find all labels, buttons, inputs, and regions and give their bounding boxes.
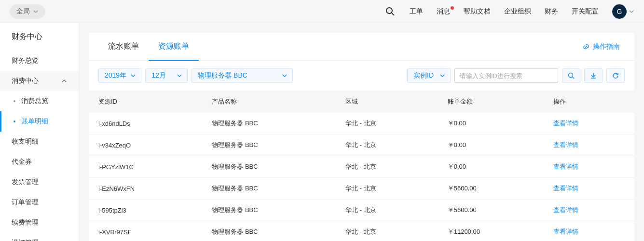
table-row: i-v34xZeqO物理服务器 BBC华北 - 北京￥0.00查看详情 xyxy=(89,134,634,156)
tab-flow-bill[interactable]: 流水账单 xyxy=(98,33,149,60)
tab-resource-bill[interactable]: 资源账单 xyxy=(149,33,199,60)
sidebar-item-consume-center[interactable]: 消费中心 xyxy=(0,71,79,91)
cell-amount: ￥0.00 xyxy=(438,113,544,134)
chevron-down-icon xyxy=(130,73,136,79)
year-select[interactable]: 2019年 xyxy=(98,68,141,83)
nav-message[interactable]: 消息 xyxy=(437,7,450,16)
sidebar-item-label: 财务总览 xyxy=(12,56,39,65)
month-select-value: 12月 xyxy=(151,71,166,80)
toolbar: 2019年 12月 物理服务器 BBC 实例ID xyxy=(89,61,634,91)
search-input[interactable] xyxy=(454,68,558,83)
sidebar-item-unsubscribe[interactable]: 退订管理 xyxy=(0,233,79,241)
sidebar-title: 财务中心 xyxy=(0,23,79,51)
sidebar-item-label: 消费中心 xyxy=(12,77,39,85)
view-detail-link[interactable]: 查看详情 xyxy=(553,163,578,170)
header-resource-id: 资源ID xyxy=(89,91,202,113)
svg-line-3 xyxy=(573,77,575,79)
sidebar-item-label: 退订管理 xyxy=(12,239,39,241)
cell-resource-id: i-v34xZeqO xyxy=(89,134,202,156)
chevron-up-icon xyxy=(61,78,67,84)
sidebar-item-label: 代金券 xyxy=(12,158,32,166)
header-action: 操作 xyxy=(544,91,634,113)
sidebar-item-renewal[interactable]: 续费管理 xyxy=(0,213,79,233)
cell-amount: ￥11200.00 xyxy=(438,221,544,241)
svg-line-1 xyxy=(392,13,394,15)
search-button[interactable] xyxy=(384,6,396,17)
sidebar-item-income-expense[interactable]: 收支明细 xyxy=(0,132,79,152)
view-detail-link[interactable]: 查看详情 xyxy=(553,185,578,192)
table-row: i-EzN6WxFN物理服务器 BBC华北 - 北京￥5600.00查看详情 xyxy=(89,178,634,200)
topbar-nav: 工单 消息 帮助文档 企业组织 财务 开关配置 G xyxy=(384,4,634,19)
nav-org[interactable]: 企业组织 xyxy=(504,7,531,16)
download-icon xyxy=(590,72,597,79)
guide-link-label: 操作指南 xyxy=(593,42,620,51)
svg-point-2 xyxy=(569,73,573,78)
cell-region: 华北 - 北京 xyxy=(336,134,438,156)
refresh-button[interactable] xyxy=(606,68,625,83)
cell-action: 查看详情 xyxy=(544,200,634,221)
sidebar-item-order[interactable]: 订单管理 xyxy=(0,192,79,213)
product-select[interactable]: 物理服务器 BBC xyxy=(192,68,293,83)
sidebar-sub-bill-detail[interactable]: 账单明细 xyxy=(0,111,79,132)
table-row: i-595tpZi3物理服务器 BBC华北 - 北京￥5600.00查看详情 xyxy=(89,200,634,221)
download-button[interactable] xyxy=(584,68,603,83)
sidebar-item-label: 消费总览 xyxy=(21,97,48,105)
month-select[interactable]: 12月 xyxy=(145,68,188,83)
year-select-value: 2019年 xyxy=(105,71,126,80)
sidebar-item-invoice[interactable]: 发票管理 xyxy=(0,172,79,192)
guide-link[interactable]: 操作指南 xyxy=(582,42,625,51)
user-menu[interactable]: G xyxy=(612,4,634,19)
cell-region: 华北 - 北京 xyxy=(336,156,438,178)
resource-bill-table: 资源ID 产品名称 区域 账单金额 操作 i-xd6ndLDs物理服务器 BBC… xyxy=(89,91,634,241)
nav-workorder[interactable]: 工单 xyxy=(410,7,423,16)
global-region-label: 全局 xyxy=(16,7,30,16)
sidebar-item-overview[interactable]: 财务总览 xyxy=(0,51,79,71)
sidebar-item-label: 订单管理 xyxy=(12,198,39,207)
cell-resource-id: i-EzN6WxFN xyxy=(89,178,202,200)
chevron-down-icon xyxy=(439,73,445,79)
cell-product: 物理服务器 BBC xyxy=(202,113,336,134)
product-select-value: 物理服务器 BBC xyxy=(198,71,247,80)
cell-amount: ￥0.00 xyxy=(438,156,544,178)
refresh-icon xyxy=(612,72,619,79)
cell-action: 查看详情 xyxy=(544,221,634,241)
global-region-selector[interactable]: 全局 xyxy=(10,4,45,19)
main-content: 流水账单 资源账单 操作指南 2019年 12月 物理服务器 B xyxy=(79,23,644,241)
cell-product: 物理服务器 BBC xyxy=(202,178,336,200)
cell-resource-id: i-PGYzlW1C xyxy=(89,156,202,178)
cell-action: 查看详情 xyxy=(544,156,634,178)
header-product-name: 产品名称 xyxy=(202,91,336,113)
view-detail-link[interactable]: 查看详情 xyxy=(553,141,578,148)
sidebar-item-voucher[interactable]: 代金券 xyxy=(0,152,79,172)
cell-product: 物理服务器 BBC xyxy=(202,221,336,241)
chevron-down-icon xyxy=(629,9,634,14)
chevron-down-icon xyxy=(177,73,182,79)
nav-help[interactable]: 帮助文档 xyxy=(464,7,491,16)
search-icon xyxy=(568,72,575,79)
cell-region: 华北 - 北京 xyxy=(336,221,438,241)
cell-amount: ￥0.00 xyxy=(438,134,544,156)
chevron-down-icon xyxy=(282,73,288,79)
svg-point-0 xyxy=(386,8,392,13)
sidebar-sub-consume-overview[interactable]: 消费总览 xyxy=(0,91,79,111)
view-detail-link[interactable]: 查看详情 xyxy=(553,120,578,127)
table-header-row: 资源ID 产品名称 区域 账单金额 操作 xyxy=(89,91,634,113)
nav-finance[interactable]: 财务 xyxy=(545,7,558,16)
cell-action: 查看详情 xyxy=(544,113,634,134)
content-card: 流水账单 资源账单 操作指南 2019年 12月 物理服务器 B xyxy=(89,33,634,241)
view-detail-link[interactable]: 查看详情 xyxy=(553,228,578,235)
sidebar-item-label: 收支明细 xyxy=(12,137,39,146)
header-amount: 账单金额 xyxy=(438,91,544,113)
nav-switch[interactable]: 开关配置 xyxy=(572,7,599,16)
sidebar-item-label: 续费管理 xyxy=(12,218,39,227)
cell-resource-id: i-xd6ndLDs xyxy=(89,113,202,134)
search-submit-button[interactable] xyxy=(562,68,580,83)
sidebar: 财务中心 财务总览 消费中心 消费总览 账单明细 收支明细 代金券 发票管理 订… xyxy=(0,23,79,241)
cell-resource-id: i-XVBr97SF xyxy=(89,221,202,241)
view-detail-link[interactable]: 查看详情 xyxy=(553,206,578,214)
topbar: 全局 工单 消息 帮助文档 企业组织 财务 开关配置 G xyxy=(0,0,644,23)
instance-filter-select[interactable]: 实例ID xyxy=(407,68,451,83)
cell-resource-id: i-595tpZi3 xyxy=(89,200,202,221)
cell-product: 物理服务器 BBC xyxy=(202,200,336,221)
tabs-row: 流水账单 资源账单 操作指南 xyxy=(89,33,634,61)
